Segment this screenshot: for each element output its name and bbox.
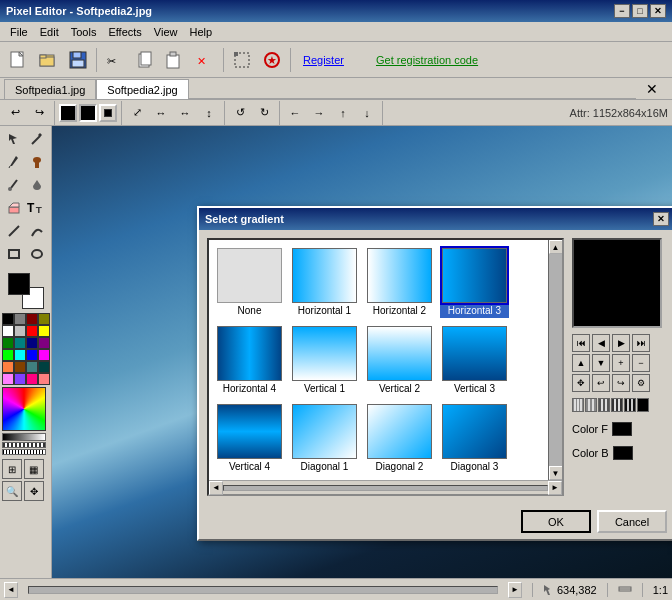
color-red[interactable] bbox=[26, 325, 38, 337]
noise-tool[interactable]: ▦ bbox=[24, 459, 44, 479]
ctrl-add[interactable]: + bbox=[612, 354, 630, 372]
copy-button[interactable] bbox=[131, 46, 159, 74]
register-link[interactable]: Register bbox=[303, 54, 344, 66]
menu-tools[interactable]: Tools bbox=[65, 24, 103, 40]
delete-button[interactable]: ✕ bbox=[191, 46, 219, 74]
ctrl-begin[interactable]: ⏮ bbox=[572, 334, 590, 352]
scroll-down-button[interactable]: ▼ bbox=[549, 466, 563, 480]
transform-1[interactable]: ⤢ bbox=[126, 102, 148, 124]
color-cell[interactable] bbox=[14, 337, 26, 349]
tool-curve[interactable] bbox=[26, 220, 48, 242]
ctrl-settings[interactable]: ⚙ bbox=[632, 374, 650, 392]
hscroll-left-button[interactable]: ◄ bbox=[209, 481, 223, 495]
move-left[interactable]: ← bbox=[284, 102, 306, 124]
ctrl-down[interactable]: ▼ bbox=[592, 354, 610, 372]
ctrl-end[interactable]: ⏭ bbox=[632, 334, 650, 352]
tool-pencil[interactable] bbox=[3, 151, 25, 173]
redo-button[interactable]: ↪ bbox=[28, 102, 50, 124]
tool-text[interactable]: T T bbox=[26, 197, 48, 219]
tool-eraser[interactable] bbox=[3, 197, 25, 219]
tool-rect[interactable] bbox=[3, 243, 25, 265]
ok-button[interactable]: OK bbox=[521, 510, 591, 533]
gradient-vertical-2[interactable]: Vertical 2 bbox=[365, 324, 434, 396]
dialog-close-button[interactable]: ✕ bbox=[653, 212, 669, 226]
scroll-track[interactable] bbox=[549, 254, 563, 466]
minimize-button[interactable]: − bbox=[614, 4, 630, 18]
color-cell[interactable] bbox=[26, 337, 38, 349]
color-cyan[interactable] bbox=[14, 349, 26, 361]
color-f-swatch[interactable] bbox=[612, 422, 632, 436]
color-cell[interactable] bbox=[14, 313, 26, 325]
hscroll-right[interactable]: ► bbox=[508, 582, 522, 598]
move-tool[interactable]: ✥ bbox=[24, 481, 44, 501]
color-cell[interactable] bbox=[38, 361, 50, 373]
gradient-horizontal-4[interactable]: Horizontal 4 bbox=[215, 324, 284, 396]
move-right[interactable]: → bbox=[308, 102, 330, 124]
pattern-1[interactable] bbox=[572, 398, 584, 412]
tool-arrow[interactable] bbox=[3, 128, 25, 150]
color-yellow[interactable] bbox=[38, 325, 50, 337]
gradient-horizontal-1[interactable]: Horizontal 1 bbox=[290, 246, 359, 318]
pattern-strip-2[interactable] bbox=[2, 449, 46, 455]
paste-button[interactable] bbox=[161, 46, 189, 74]
ctrl-next[interactable]: ▶ bbox=[612, 334, 630, 352]
color-spectrum[interactable] bbox=[2, 387, 46, 431]
tab-softpedia1[interactable]: Softpedia1.jpg bbox=[4, 79, 96, 99]
transform-3[interactable]: ↔ bbox=[174, 102, 196, 124]
rotate-right[interactable]: ↻ bbox=[253, 102, 275, 124]
color-mode-3[interactable] bbox=[99, 104, 117, 122]
color-blue[interactable] bbox=[26, 349, 38, 361]
color-cell[interactable] bbox=[14, 373, 26, 385]
get-registration-code-link[interactable]: Get registration code bbox=[376, 54, 478, 66]
color-black[interactable] bbox=[2, 313, 14, 325]
ctrl-up[interactable]: ▲ bbox=[572, 354, 590, 372]
hscroll-left[interactable]: ◄ bbox=[4, 582, 18, 598]
color-cell[interactable] bbox=[2, 361, 14, 373]
gradient-horizontal-3[interactable]: Horizontal 3 bbox=[440, 246, 509, 318]
color-cell[interactable] bbox=[38, 313, 50, 325]
menu-effects[interactable]: Effects bbox=[102, 24, 147, 40]
pattern-6[interactable] bbox=[637, 398, 649, 412]
cancel-button[interactable]: Cancel bbox=[597, 510, 667, 533]
color-cell[interactable] bbox=[14, 325, 26, 337]
menu-help[interactable]: Help bbox=[183, 24, 218, 40]
new-button[interactable] bbox=[4, 46, 32, 74]
gradient-diagonal-2[interactable]: Diagonal 2 bbox=[365, 402, 434, 474]
color-cell[interactable] bbox=[26, 373, 38, 385]
tool-brush[interactable] bbox=[26, 151, 48, 173]
effects-button[interactable]: ★ bbox=[258, 46, 286, 74]
gradient-diagonal-1[interactable]: Diagonal 1 bbox=[290, 402, 359, 474]
tool-wand[interactable] bbox=[26, 128, 48, 150]
tool-bucket[interactable] bbox=[26, 174, 48, 196]
transform-4[interactable]: ↕ bbox=[198, 102, 220, 124]
undo-button[interactable]: ↩ bbox=[4, 102, 26, 124]
color-mode-1[interactable] bbox=[59, 104, 77, 122]
gradient-vertical-1[interactable]: Vertical 1 bbox=[290, 324, 359, 396]
gradient-none[interactable]: None bbox=[215, 246, 284, 318]
tool-ellipse[interactable] bbox=[26, 243, 48, 265]
color-cell[interactable] bbox=[2, 337, 14, 349]
open-button[interactable] bbox=[34, 46, 62, 74]
hscroll-right-button[interactable]: ► bbox=[548, 481, 562, 495]
fg-color[interactable] bbox=[8, 273, 30, 295]
pattern-strip-1[interactable] bbox=[2, 442, 46, 448]
rotate-left[interactable]: ↺ bbox=[229, 102, 251, 124]
pattern-4[interactable] bbox=[611, 398, 623, 412]
color-cell[interactable] bbox=[26, 313, 38, 325]
ctrl-remove[interactable]: − bbox=[632, 354, 650, 372]
hscroll-main[interactable] bbox=[28, 586, 498, 594]
move-down[interactable]: ↓ bbox=[356, 102, 378, 124]
color-magenta[interactable] bbox=[38, 349, 50, 361]
hscroll-track[interactable] bbox=[223, 485, 548, 491]
save-button[interactable] bbox=[64, 46, 92, 74]
close-button[interactable]: ✕ bbox=[650, 4, 666, 18]
color-cell[interactable] bbox=[14, 361, 26, 373]
ctrl-prev[interactable]: ◀ bbox=[592, 334, 610, 352]
gradient-strip-1[interactable] bbox=[2, 433, 46, 441]
move-up[interactable]: ↑ bbox=[332, 102, 354, 124]
transform-2[interactable]: ↔ bbox=[150, 102, 172, 124]
ctrl-redo2[interactable]: ↪ bbox=[612, 374, 630, 392]
color-green[interactable] bbox=[2, 349, 14, 361]
gradient-vertical-3[interactable]: Vertical 3 bbox=[440, 324, 509, 396]
zoom-in-tool[interactable]: 🔍 bbox=[2, 481, 22, 501]
